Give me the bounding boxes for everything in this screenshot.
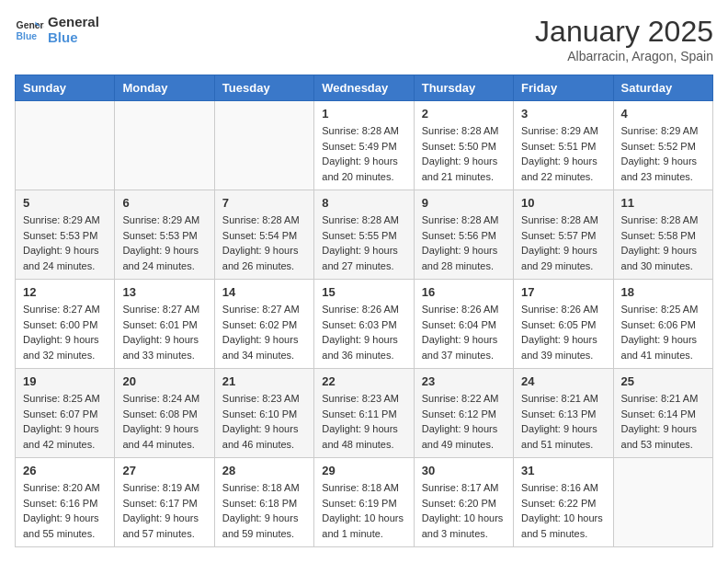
day-number: 16 xyxy=(422,285,506,299)
title-block: January 2025 Albarracin, Aragon, Spain xyxy=(535,15,713,63)
day-info: Sunrise: 8:18 AM Sunset: 6:18 PM Dayligh… xyxy=(222,480,306,541)
day-cell: 11Sunrise: 8:28 AM Sunset: 5:58 PM Dayli… xyxy=(613,190,712,280)
day-cell xyxy=(214,101,313,190)
day-number: 9 xyxy=(422,196,506,210)
day-cell: 22Sunrise: 8:23 AM Sunset: 6:11 PM Dayli… xyxy=(314,369,414,458)
day-info: Sunrise: 8:29 AM Sunset: 5:51 PM Dayligh… xyxy=(521,123,605,184)
day-info: Sunrise: 8:21 AM Sunset: 6:14 PM Dayligh… xyxy=(621,391,705,452)
header-row: SundayMondayTuesdayWednesdayThursdayFrid… xyxy=(16,75,713,101)
week-row-1: 1Sunrise: 8:28 AM Sunset: 5:49 PM Daylig… xyxy=(16,101,713,190)
day-info: Sunrise: 8:29 AM Sunset: 5:52 PM Dayligh… xyxy=(621,123,705,184)
day-number: 15 xyxy=(322,285,405,299)
day-cell: 27Sunrise: 8:19 AM Sunset: 6:17 PM Dayli… xyxy=(115,458,214,547)
day-number: 4 xyxy=(621,107,705,121)
day-number: 8 xyxy=(322,196,405,210)
day-number: 20 xyxy=(122,374,206,388)
day-cell xyxy=(16,101,115,190)
day-cell: 16Sunrise: 8:26 AM Sunset: 6:04 PM Dayli… xyxy=(414,280,513,369)
day-info: Sunrise: 8:16 AM Sunset: 6:22 PM Dayligh… xyxy=(521,480,605,541)
day-number: 7 xyxy=(222,196,306,210)
day-number: 26 xyxy=(23,464,107,477)
day-number: 5 xyxy=(23,196,107,210)
day-cell: 3Sunrise: 8:29 AM Sunset: 5:51 PM Daylig… xyxy=(514,101,613,190)
day-number: 23 xyxy=(422,374,506,388)
day-cell: 28Sunrise: 8:18 AM Sunset: 6:18 PM Dayli… xyxy=(214,458,313,547)
day-cell: 15Sunrise: 8:26 AM Sunset: 6:03 PM Dayli… xyxy=(314,280,414,369)
day-number: 17 xyxy=(521,285,605,299)
day-info: Sunrise: 8:19 AM Sunset: 6:17 PM Dayligh… xyxy=(122,480,206,541)
day-header-saturday: Saturday xyxy=(613,75,712,101)
day-cell: 14Sunrise: 8:27 AM Sunset: 6:02 PM Dayli… xyxy=(214,280,313,369)
week-row-4: 19Sunrise: 8:25 AM Sunset: 6:07 PM Dayli… xyxy=(16,369,713,458)
day-number: 10 xyxy=(521,196,605,210)
day-cell: 13Sunrise: 8:27 AM Sunset: 6:01 PM Dayli… xyxy=(115,280,214,369)
day-info: Sunrise: 8:22 AM Sunset: 6:12 PM Dayligh… xyxy=(422,391,506,452)
day-cell: 6Sunrise: 8:29 AM Sunset: 5:53 PM Daylig… xyxy=(115,190,214,280)
svg-text:General: General xyxy=(17,20,44,30)
logo-icon: General Blue xyxy=(15,16,44,45)
day-cell: 12Sunrise: 8:27 AM Sunset: 6:00 PM Dayli… xyxy=(16,280,115,369)
day-info: Sunrise: 8:26 AM Sunset: 6:05 PM Dayligh… xyxy=(521,302,605,362)
day-number: 27 xyxy=(122,464,206,477)
month-title: January 2025 xyxy=(535,15,713,49)
day-header-friday: Friday xyxy=(514,75,613,101)
day-cell: 21Sunrise: 8:23 AM Sunset: 6:10 PM Dayli… xyxy=(214,369,313,458)
day-info: Sunrise: 8:27 AM Sunset: 6:01 PM Dayligh… xyxy=(122,302,206,362)
day-header-monday: Monday xyxy=(115,75,214,101)
day-info: Sunrise: 8:17 AM Sunset: 6:20 PM Dayligh… xyxy=(422,480,506,541)
day-cell: 31Sunrise: 8:16 AM Sunset: 6:22 PM Dayli… xyxy=(514,458,613,547)
week-row-3: 12Sunrise: 8:27 AM Sunset: 6:00 PM Dayli… xyxy=(16,280,713,369)
day-cell: 4Sunrise: 8:29 AM Sunset: 5:52 PM Daylig… xyxy=(613,101,712,190)
day-info: Sunrise: 8:25 AM Sunset: 6:07 PM Dayligh… xyxy=(23,391,107,452)
day-info: Sunrise: 8:28 AM Sunset: 5:58 PM Dayligh… xyxy=(621,213,705,273)
day-cell: 8Sunrise: 8:28 AM Sunset: 5:55 PM Daylig… xyxy=(314,190,414,280)
day-cell: 26Sunrise: 8:20 AM Sunset: 6:16 PM Dayli… xyxy=(16,458,115,547)
day-cell: 20Sunrise: 8:24 AM Sunset: 6:08 PM Dayli… xyxy=(115,369,214,458)
day-number: 1 xyxy=(322,107,405,121)
location: Albarracin, Aragon, Spain xyxy=(535,49,713,63)
day-number: 6 xyxy=(122,196,206,210)
day-cell: 29Sunrise: 8:18 AM Sunset: 6:19 PM Dayli… xyxy=(314,458,414,547)
day-number: 30 xyxy=(422,464,506,477)
day-info: Sunrise: 8:29 AM Sunset: 5:53 PM Dayligh… xyxy=(23,213,107,273)
day-info: Sunrise: 8:26 AM Sunset: 6:04 PM Dayligh… xyxy=(422,302,506,362)
day-number: 31 xyxy=(521,464,605,477)
day-cell: 18Sunrise: 8:25 AM Sunset: 6:06 PM Dayli… xyxy=(613,280,712,369)
day-info: Sunrise: 8:27 AM Sunset: 6:00 PM Dayligh… xyxy=(23,302,107,362)
day-number: 19 xyxy=(23,374,107,388)
svg-text:Blue: Blue xyxy=(17,30,38,40)
day-number: 11 xyxy=(621,196,705,210)
day-cell xyxy=(115,101,214,190)
day-info: Sunrise: 8:25 AM Sunset: 6:06 PM Dayligh… xyxy=(621,302,705,362)
day-info: Sunrise: 8:26 AM Sunset: 6:03 PM Dayligh… xyxy=(322,302,405,362)
day-cell: 19Sunrise: 8:25 AM Sunset: 6:07 PM Dayli… xyxy=(16,369,115,458)
week-row-5: 26Sunrise: 8:20 AM Sunset: 6:16 PM Dayli… xyxy=(16,458,713,547)
day-info: Sunrise: 8:27 AM Sunset: 6:02 PM Dayligh… xyxy=(222,302,306,362)
day-info: Sunrise: 8:29 AM Sunset: 5:53 PM Dayligh… xyxy=(122,213,206,273)
day-info: Sunrise: 8:24 AM Sunset: 6:08 PM Dayligh… xyxy=(122,391,206,452)
week-row-2: 5Sunrise: 8:29 AM Sunset: 5:53 PM Daylig… xyxy=(16,190,713,280)
day-number: 13 xyxy=(122,285,206,299)
day-cell: 9Sunrise: 8:28 AM Sunset: 5:56 PM Daylig… xyxy=(414,190,513,280)
day-info: Sunrise: 8:18 AM Sunset: 6:19 PM Dayligh… xyxy=(322,480,405,541)
day-info: Sunrise: 8:28 AM Sunset: 5:49 PM Dayligh… xyxy=(322,123,405,184)
day-number: 14 xyxy=(222,285,306,299)
day-number: 22 xyxy=(322,374,405,388)
day-number: 2 xyxy=(422,107,506,121)
day-cell: 2Sunrise: 8:28 AM Sunset: 5:50 PM Daylig… xyxy=(414,101,513,190)
day-info: Sunrise: 8:20 AM Sunset: 6:16 PM Dayligh… xyxy=(23,480,107,541)
day-cell: 23Sunrise: 8:22 AM Sunset: 6:12 PM Dayli… xyxy=(414,369,513,458)
day-cell: 1Sunrise: 8:28 AM Sunset: 5:49 PM Daylig… xyxy=(314,101,414,190)
day-cell: 30Sunrise: 8:17 AM Sunset: 6:20 PM Dayli… xyxy=(414,458,513,547)
day-header-thursday: Thursday xyxy=(414,75,513,101)
logo-line1: General xyxy=(48,15,99,30)
day-cell: 24Sunrise: 8:21 AM Sunset: 6:13 PM Dayli… xyxy=(514,369,613,458)
logo-line2: Blue xyxy=(48,30,99,46)
day-header-wednesday: Wednesday xyxy=(314,75,414,101)
page-header: General Blue General Blue January 2025 A… xyxy=(15,15,713,63)
day-cell: 17Sunrise: 8:26 AM Sunset: 6:05 PM Dayli… xyxy=(514,280,613,369)
day-number: 21 xyxy=(222,374,306,388)
day-info: Sunrise: 8:28 AM Sunset: 5:55 PM Dayligh… xyxy=(322,213,405,273)
day-header-tuesday: Tuesday xyxy=(214,75,313,101)
day-number: 18 xyxy=(621,285,705,299)
